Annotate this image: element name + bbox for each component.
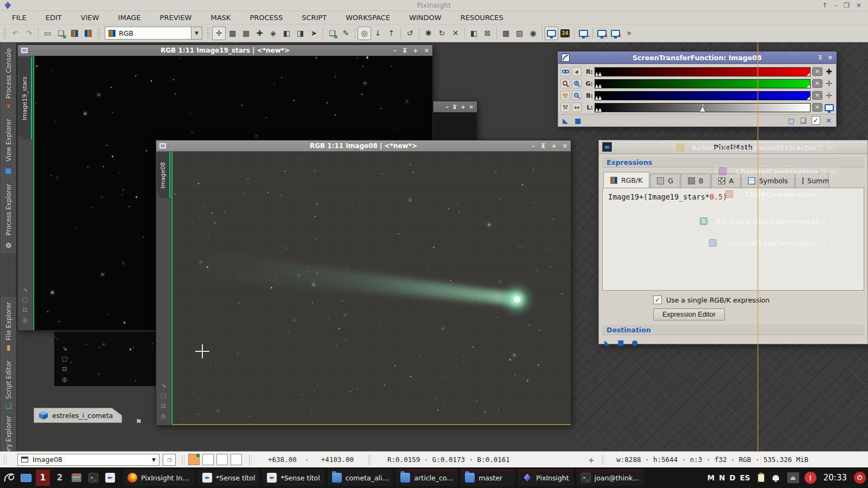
edit-stf-icon[interactable]: ➤ <box>572 67 582 76</box>
partial-window[interactable]: ↘ ▢ ⊡ ◎ <box>54 332 156 386</box>
task-article-co-[interactable]: article_co... <box>396 470 457 486</box>
image08-window-icon[interactable] <box>159 143 166 149</box>
select-cursor-icon[interactable]: ➤ <box>307 27 321 40</box>
foreground-color-swatch[interactable] <box>188 454 200 465</box>
destination-section-header[interactable]: Destination <box>602 325 864 335</box>
menu-image[interactable]: IMAGE <box>118 14 141 22</box>
image19-window-icon[interactable] <box>21 48 28 53</box>
image19-zoom-icon[interactable]: + <box>413 47 418 54</box>
ghost-close-icon[interactable]: ✕ <box>831 169 835 175</box>
readout-crosshair-icon[interactable]: ✛ <box>589 455 593 464</box>
stf-reset-icon[interactable]: ✕ <box>826 117 832 125</box>
ghost-close-icon[interactable]: ✕ <box>831 240 835 246</box>
remove-mask-icon[interactable]: ⊠ <box>481 27 494 40</box>
target-icon[interactable]: ◎ <box>161 413 166 420</box>
browse-processes-icon[interactable]: ◎ <box>358 27 371 40</box>
ghost-window-automaticbackgroundextractor[interactable]: AutomaticBackgroundExtractor❑✕ <box>673 142 835 153</box>
enable-mask-icon[interactable]: ▨ <box>513 27 526 40</box>
applications-menu-icon[interactable] <box>2 470 16 485</box>
readout-right-icon[interactable]: ◨ <box>293 27 307 40</box>
background-color-swatch[interactable] <box>202 454 214 465</box>
single-expression-checkbox[interactable]: ✓ <box>653 296 662 304</box>
menu-resources[interactable]: RESOURCES <box>461 14 503 22</box>
boost-stf-icon[interactable]: ☢ <box>560 91 570 100</box>
window-list-icon[interactable] <box>69 470 84 485</box>
channel-reset-icon[interactable]: ✕ <box>812 79 822 88</box>
show-desktop-icon[interactable] <box>19 470 33 485</box>
menu-mask[interactable]: MASK <box>210 14 231 22</box>
fit-view-icon[interactable]: ↘ <box>22 286 27 293</box>
select-mask-icon[interactable]: ◉ <box>526 27 540 40</box>
save-process-icon[interactable]: ↑ <box>385 27 398 40</box>
view-dropdown-arrow-icon[interactable]: ▼ <box>152 457 156 463</box>
toolbar-grip[interactable] <box>97 27 100 39</box>
task-master[interactable]: master <box>461 470 515 486</box>
image19-close-icon[interactable]: ✕ <box>424 47 429 54</box>
center-image-icon[interactable]: ✚ <box>253 27 266 40</box>
fragment-shade-icon[interactable]: ⊼ <box>452 104 457 110</box>
duplicate-icon[interactable]: ⊡ <box>62 365 67 373</box>
ghost-close-icon[interactable]: ✕ <box>832 191 836 197</box>
zoom-in-icon[interactable] <box>560 79 570 88</box>
reload-process-icon[interactable]: ↻ <box>435 27 449 40</box>
ghost-restore-icon[interactable]: ❑ <box>821 169 826 175</box>
image08-view-tab[interactable]: Image08 <box>157 152 170 198</box>
sidebar-tab-history-explorer[interactable]: History Explorer◆ <box>1 411 16 450</box>
ghost-window-rc-astro-starxterminator[interactable]: SRC-Astro StarXTerminator❑✕ <box>696 216 839 227</box>
stf-gradient-slider[interactable] <box>595 103 810 112</box>
target-icon[interactable]: ◎ <box>62 376 67 383</box>
toolbar-overflow[interactable]: » <box>627 28 631 38</box>
image08-zoom-icon[interactable]: + <box>552 143 557 150</box>
edit-identifier-icon[interactable]: ▭ <box>41 27 54 40</box>
task-cometa-ali-[interactable]: cometa_ali... <box>328 470 393 486</box>
channel-reset-icon[interactable]: ✕ <box>812 67 822 76</box>
new-instance-icon[interactable]: ❏ <box>326 27 339 40</box>
stf-gradient-slider[interactable] <box>595 67 810 76</box>
dynamic-crop-icon[interactable]: ◈ <box>266 27 280 40</box>
ghost-close-icon[interactable]: ✕ <box>827 145 832 151</box>
task--sense-t-tol[interactable]: ✒*Sense títol <box>263 470 324 486</box>
channel-grid-icon[interactable]: ✛ <box>824 91 834 100</box>
alert-tray-icon[interactable]: ! <box>805 472 816 484</box>
zoom-in-blue-icon[interactable] <box>572 79 582 88</box>
sidebar-tab-process-console[interactable]: Process Console➤ <box>1 43 16 113</box>
stf-track-view-checkbox[interactable]: ✓ <box>812 116 820 125</box>
stf-gradient-slider[interactable] <box>595 79 810 88</box>
notifications-bell-icon[interactable] <box>773 475 779 480</box>
image19-minimize-icon[interactable]: – <box>393 47 397 54</box>
ghost-window-curvestransformation[interactable]: CurvesTransformation❑✕ <box>705 237 839 248</box>
dotted-select-icon[interactable]: ▢ <box>22 296 28 303</box>
undo-document-icon[interactable]: ↺ <box>403 27 417 40</box>
split-channels-icon[interactable] <box>68 27 81 40</box>
stf-apply-icon[interactable]: ← <box>577 27 590 40</box>
redo-icon[interactable]: ↷ <box>22 27 36 40</box>
color-management-icon[interactable]: 24 <box>558 27 572 40</box>
statusbar-grip[interactable] <box>601 455 604 465</box>
load-process-icon[interactable]: ↓ <box>371 27 385 40</box>
image08-close-icon[interactable]: ✕ <box>563 143 567 150</box>
active-view-dropdown[interactable]: Image08 ▼ <box>17 454 159 466</box>
ghost-close-icon[interactable]: ✕ <box>831 219 835 224</box>
edit-instance-icon[interactable]: ✎ <box>339 27 353 40</box>
image19-titlebar[interactable]: RGB 1:11 Image19_stars | <*new*> – ⊼ + ✕ <box>18 45 432 56</box>
clipboard-tray-icon[interactable] <box>758 474 764 482</box>
menu-workspace[interactable]: WORKSPACE <box>346 14 390 22</box>
statusbar-grip[interactable] <box>248 455 252 465</box>
menu-edit[interactable]: EDIT <box>46 14 62 22</box>
workspace-2-button[interactable]: 2 <box>53 470 67 486</box>
channel-grid-icon[interactable]: ✛ <box>824 79 834 88</box>
channel-extract-icon[interactable] <box>81 27 95 40</box>
task-pixinsight[interactable]: PixInsight <box>518 470 573 486</box>
channel-reset-icon[interactable]: ✕ <box>812 103 822 112</box>
expression-editor-button[interactable]: Expression Editor <box>653 309 725 320</box>
image19-shade-icon[interactable]: ⊼ <box>403 47 407 54</box>
link-channels-icon[interactable] <box>560 67 570 76</box>
stf-browse-icon[interactable]: ▢ <box>788 117 794 125</box>
editor-launcher-icon[interactable]: ✒ <box>103 470 117 485</box>
channel-grid-icon[interactable]: ✚ <box>824 67 834 76</box>
pixelmath-realtime-icon[interactable]: ● <box>631 338 637 346</box>
image08-shade-icon[interactable]: ⊼ <box>541 143 546 150</box>
fit-view-icon[interactable]: ↘ <box>62 345 67 352</box>
pixelmath-drag-instance-icon[interactable]: ◣ <box>604 338 610 346</box>
power-button-icon[interactable]: ⏻ <box>854 472 866 484</box>
